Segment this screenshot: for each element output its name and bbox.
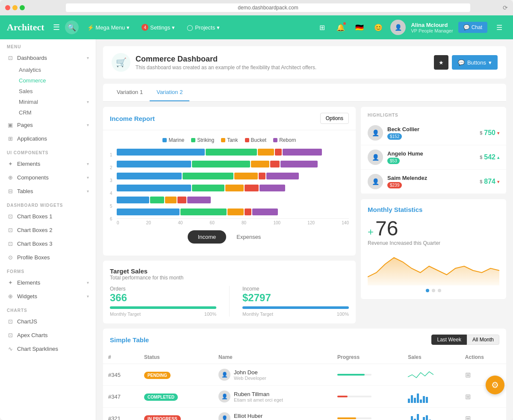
monthly-title: Monthly Statistics: [368, 206, 499, 213]
sidebar-item-apex-charts[interactable]: ⊡ Apex Charts: [0, 328, 96, 342]
expenses-toggle[interactable]: Expenses: [226, 230, 271, 244]
highlight-amount-0: $ 750 ▾: [480, 129, 499, 137]
income-value: $2797: [242, 292, 349, 304]
sidebar-item-chartjs[interactable]: ⊡ ChartJS: [0, 314, 96, 328]
filter-all-month[interactable]: All Month: [467, 335, 499, 345]
settings-menu-button[interactable]: 4 Settings ▾: [138, 22, 178, 32]
ui-section-label: UI COMPONENts: [0, 145, 96, 157]
apex-icon: ⊡: [7, 332, 14, 338]
monthly-stats-card: Monthly Statistics + 76 Revenue Increase…: [361, 199, 506, 299]
star-button[interactable]: ★: [434, 55, 448, 70]
bell-icon[interactable]: 🔔: [334, 21, 348, 34]
highlight-name-1: Angelo Hume: [387, 150, 423, 157]
sidebar-item-dashboards[interactable]: ⊡ Dashboards ▾: [0, 51, 96, 65]
flag-icon[interactable]: 🇩🇪: [353, 21, 366, 34]
income-report-card: Income Report Options Marine: [103, 107, 356, 256]
highlight-badge-1: $53: [387, 158, 400, 164]
logo: Architect: [7, 22, 44, 33]
target-sales-title: Target Sales: [110, 267, 349, 275]
highlight-avatar-1: 👤: [368, 150, 383, 165]
options-button[interactable]: Options: [320, 113, 349, 124]
sidebar-item-form-widgets[interactable]: ⊕ Widgets ▾: [0, 289, 96, 303]
tables-icon: ⊟: [7, 188, 14, 194]
highlight-name-2: Saim Melendez: [387, 175, 427, 181]
sidebar-item-minimal[interactable]: Minimal ▾: [12, 97, 96, 107]
dot-3[interactable]: [438, 289, 441, 292]
sidebar-item-components[interactable]: ⊕ Components ▾: [0, 170, 96, 184]
row-progress-0: [332, 364, 403, 386]
sidebar-item-crm[interactable]: CRM: [12, 107, 96, 118]
chat-button[interactable]: 💬 Chat: [458, 22, 487, 33]
user-avatar-2: 👤: [218, 412, 230, 420]
buttons-dropdown[interactable]: 💬 Buttons ▾: [452, 55, 498, 70]
sidebar-item-analytics[interactable]: Analytics: [12, 65, 96, 75]
table-row: #321 IN PROGRESS 👤 Elliot Huber Lorem ip…: [103, 408, 506, 420]
tab-variation1[interactable]: Variation 1: [110, 84, 150, 101]
widgets-section-label: DASHBOARD WIDGETS: [0, 198, 96, 209]
highlight-avatar-0: 👤: [368, 125, 383, 141]
emoji-icon[interactable]: 😊: [371, 21, 385, 34]
sidebar-item-profile-boxes[interactable]: ⊙ Profile Boxes: [0, 250, 96, 264]
more-icon[interactable]: ☰: [492, 21, 506, 34]
sidebar-item-elements[interactable]: ✦ Elements ▾: [0, 157, 96, 170]
row-status-1: COMPLETED: [139, 386, 213, 408]
sidebar-item-chart-boxes-2[interactable]: ⊡ Chart Boxes 2: [0, 223, 96, 237]
col-progress: Progress: [332, 351, 403, 364]
sidebar-item-sales[interactable]: Sales: [12, 86, 96, 97]
page-icon: 🛒: [112, 53, 130, 72]
sidebar-item-form-elements[interactable]: ✦ Elements ▾: [0, 276, 96, 289]
projects-menu-button[interactable]: ◯ Projects ▾: [183, 23, 223, 32]
dot-2[interactable]: [432, 289, 435, 292]
row-status-0: PENDING: [139, 364, 213, 386]
table-row: #347 COMPLETED 👤 Ruben Tillman Etiam sit…: [103, 386, 506, 408]
tab-variation2[interactable]: Variation 2: [150, 84, 189, 101]
highlight-amount-2: $ 874 ▾: [480, 178, 499, 185]
dot-1[interactable]: [426, 289, 429, 292]
col-actions: Actions: [460, 351, 506, 364]
page-title: Commerce Dashboard: [136, 55, 316, 64]
sidebar-item-commerce[interactable]: Commerce: [12, 75, 96, 86]
income-toggle[interactable]: Income: [188, 230, 227, 244]
sidebar-item-chart-boxes-3[interactable]: ⊡ Chart Boxes 3: [0, 237, 96, 250]
page-header: 🛒 Commerce Dashboard This dashboard was …: [103, 46, 506, 79]
grid-icon[interactable]: ⊞: [315, 21, 329, 34]
sidebar-item-tables[interactable]: ⊟ Tables ▾: [0, 184, 96, 198]
target-sales-subtitle: Total performance for this month: [110, 275, 349, 281]
row-actions-2[interactable]: ⊞: [460, 408, 506, 420]
row-num-2: #321: [103, 408, 139, 420]
monthly-value: 76: [375, 217, 398, 240]
row-num-1: #347: [103, 386, 139, 408]
applications-icon: ⊞: [7, 135, 14, 142]
orders-metric: Orders 366 Monthly Target 100%: [110, 286, 216, 317]
components-icon: ⊕: [7, 174, 14, 181]
sidebar-item-pages[interactable]: ▣ Pages ▾: [0, 118, 96, 132]
charts-section-label: CHARTS: [0, 303, 96, 314]
simple-table-card: Simple Table Last Week All Month # Statu…: [103, 329, 506, 420]
row-status-2: IN PROGRESS: [139, 408, 213, 420]
mega-menu-button[interactable]: ⚡ Mega Menu ▾: [84, 23, 133, 32]
search-icon[interactable]: 🔍: [65, 21, 79, 34]
user-avatar-0: 👤: [218, 369, 230, 381]
pages-icon: ▣: [7, 121, 14, 128]
settings-fab[interactable]: ⚙: [486, 376, 504, 394]
tabs-bar: Variation 1 Variation 2: [103, 84, 506, 102]
legend-striking: Striking: [191, 137, 214, 143]
avatar[interactable]: 👤: [390, 20, 406, 35]
sidebar-item-chart-sparklines[interactable]: ∿ Chart Sparklines: [0, 342, 96, 355]
highlight-badge-0: $152: [387, 133, 402, 140]
hamburger-icon[interactable]: ☰: [53, 23, 60, 32]
sidebar-item-chart-boxes-1[interactable]: ⊡ Chart Boxes 1: [0, 209, 96, 223]
row-user-2: 👤 Elliot Huber Lorem ipsum dolor sic: [213, 408, 332, 420]
highlight-name-0: Beck Collier: [387, 126, 419, 132]
profile-icon: ⊙: [7, 254, 14, 261]
form-widgets-icon: ⊕: [7, 293, 14, 300]
chartbox3-icon: ⊡: [7, 240, 14, 247]
filter-last-week[interactable]: Last Week: [431, 335, 466, 345]
sidebar-item-applications[interactable]: ⊞ Applications: [0, 132, 96, 145]
highlight-badge-2: $239: [387, 182, 402, 188]
legend-bucket: Bucket: [245, 137, 267, 143]
row-sales-0: [403, 364, 460, 386]
forms-section-label: FORMS: [0, 264, 96, 276]
row-progress-2: [332, 408, 403, 420]
row-progress-1: [332, 386, 403, 408]
